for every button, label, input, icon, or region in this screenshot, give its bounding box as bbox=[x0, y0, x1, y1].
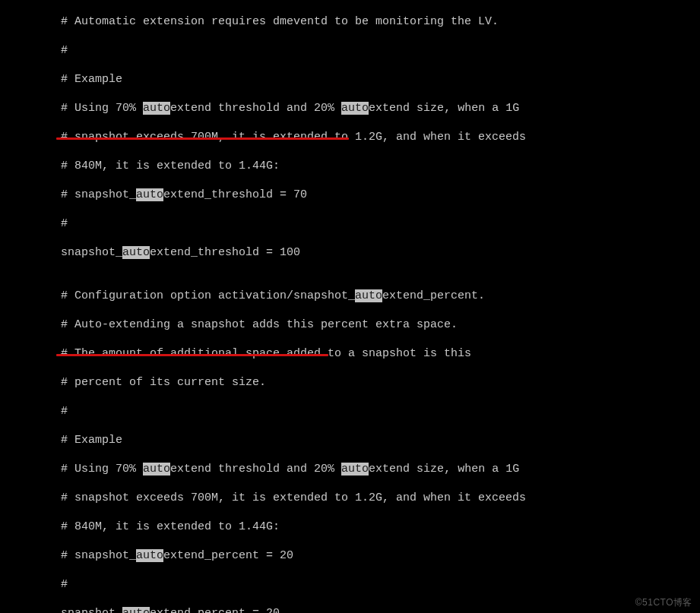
config-line: snapshot_autoextend_threshold = 100 bbox=[6, 245, 694, 260]
config-line: # Example bbox=[6, 433, 694, 447]
text: # snapshot_ bbox=[6, 549, 136, 562]
config-line: # 840M, it is extended to 1.44G: bbox=[6, 520, 694, 534]
config-line: # snapshot_autoextend_percent = 20 bbox=[6, 548, 694, 563]
config-line: # Using 70% autoextend threshold and 20%… bbox=[6, 101, 694, 115]
text: # snapshot_ bbox=[6, 188, 136, 201]
text: extend_percent. bbox=[382, 289, 485, 302]
search-match: auto bbox=[355, 289, 382, 302]
text: # 840M, it is extended to 1.44G: bbox=[6, 520, 280, 533]
text: # Auto-extending a snapshot adds this pe… bbox=[6, 318, 458, 331]
config-line: # snapshot exceeds 700M, it is extended … bbox=[6, 491, 694, 505]
text: snapshot_ bbox=[6, 607, 122, 613]
text: # bbox=[6, 44, 68, 57]
search-match: auto bbox=[136, 188, 163, 201]
search-match: auto bbox=[143, 102, 170, 115]
config-line: # 840M, it is extended to 1.44G: bbox=[6, 159, 694, 173]
text: # Using 70% bbox=[6, 463, 143, 476]
config-line: # bbox=[6, 577, 694, 592]
text: # Example bbox=[6, 434, 122, 447]
text: # Automatic extension requires dmeventd … bbox=[6, 15, 499, 28]
config-line: # percent of its current size. bbox=[6, 375, 694, 390]
text: # 840M, it is extended to 1.44G: bbox=[6, 160, 280, 172]
config-line: # snapshot_autoextend_threshold = 70 bbox=[6, 188, 694, 202]
config-line: # Configuration option activation/snapsh… bbox=[6, 289, 694, 303]
text: # Using 70% bbox=[6, 102, 143, 115]
text: # snapshot exceeds 700M, it is extended … bbox=[6, 491, 526, 504]
config-line: # snapshot exceeds 700M, it is extended … bbox=[6, 130, 694, 144]
terminal-viewport[interactable]: # Automatic extension requires dmeventd … bbox=[0, 0, 700, 613]
config-line: # Example bbox=[6, 72, 694, 87]
text: extend threshold and 20% bbox=[170, 463, 341, 476]
config-line: snapshot_autoextend_percent = 20 bbox=[6, 606, 694, 613]
config-line: # The amount of additional space added t… bbox=[6, 346, 694, 361]
text: extend threshold and 20% bbox=[170, 102, 341, 115]
search-match: auto bbox=[341, 102, 369, 115]
text: # Example bbox=[6, 73, 122, 86]
text: snapshot_ bbox=[6, 246, 122, 259]
text: # snapshot exceeds 700M, it is extended … bbox=[6, 131, 526, 144]
config-line: # bbox=[6, 43, 694, 58]
text: extend size, when a 1G bbox=[369, 102, 519, 115]
text: extend_percent = 20 bbox=[163, 549, 293, 562]
text: # The amount of additional space added t… bbox=[6, 347, 471, 360]
text: # percent of its current size. bbox=[6, 376, 266, 389]
config-line: # bbox=[6, 216, 694, 231]
search-match: auto bbox=[136, 549, 163, 562]
config-line: # Automatic extension requires dmeventd … bbox=[6, 14, 694, 29]
search-match: auto bbox=[122, 246, 150, 259]
text: # bbox=[6, 217, 68, 230]
search-match: auto bbox=[341, 463, 369, 476]
text: # bbox=[6, 578, 68, 591]
text: extend_percent = 20 bbox=[150, 607, 280, 613]
search-match: auto bbox=[122, 607, 150, 613]
config-line: # Auto-extending a snapshot adds this pe… bbox=[6, 318, 694, 332]
text: # bbox=[6, 405, 68, 418]
text: extend_threshold = 70 bbox=[163, 188, 307, 201]
text: # Configuration option activation/snapsh… bbox=[6, 289, 355, 302]
config-line: # bbox=[6, 404, 694, 419]
text: extend size, when a 1G bbox=[369, 463, 519, 476]
config-line: # Using 70% autoextend threshold and 20%… bbox=[6, 462, 694, 476]
search-match: auto bbox=[143, 463, 170, 476]
text: extend_threshold = 100 bbox=[150, 246, 300, 259]
